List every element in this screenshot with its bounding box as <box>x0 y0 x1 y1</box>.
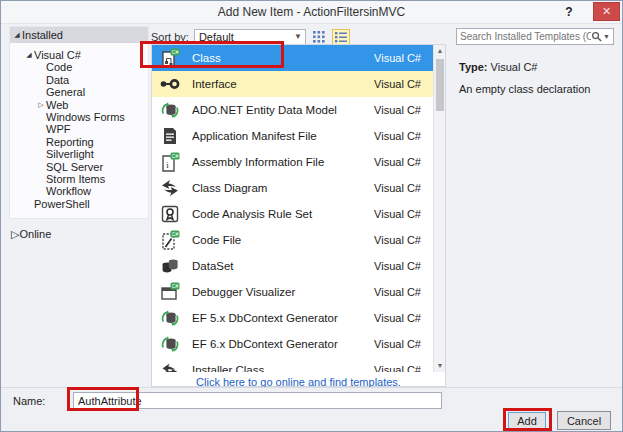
template-type: Visual C# <box>374 130 421 142</box>
svg-text:C#: C# <box>172 231 179 237</box>
template-row-interface[interactable]: InterfaceVisual C# <box>152 71 445 97</box>
sidebar-item-label: Reporting <box>46 136 94 148</box>
sidebar-item-code[interactable]: Code <box>10 61 148 73</box>
template-name: Code File <box>192 234 374 246</box>
sidebar-item-installed[interactable]: ◢Installed <box>10 27 148 43</box>
template-name: DataSet <box>192 260 374 272</box>
sort-dropdown[interactable]: Default ▼ <box>194 29 306 45</box>
sidebar-item-label: PowerShell <box>34 198 90 210</box>
sidebar-item-data[interactable]: Data <box>10 74 148 86</box>
template-name: Class <box>192 52 374 64</box>
installer-icon <box>160 360 180 372</box>
template-row-installer-class[interactable]: Installer ClassVisual C# <box>152 357 445 372</box>
title-bar: Add New Item - ActionFiltersinMVC ? ✕ <box>1 1 622 24</box>
sidebar-item-label: Storm Items <box>46 173 105 185</box>
search-box: ▼ <box>456 28 614 45</box>
sidebar-item-reporting[interactable]: Reporting <box>10 136 148 148</box>
search-icon[interactable] <box>591 31 602 42</box>
assemblyinfo-icon: iC# <box>160 152 180 172</box>
template-type: Visual C# <box>374 52 421 64</box>
svg-text:C#: C# <box>172 49 179 55</box>
sidebar-item-workflow[interactable]: Workflow <box>10 185 148 197</box>
dataset-icon <box>160 256 180 276</box>
template-type: Visual C# <box>374 208 421 220</box>
sidebar-item-windows-forms[interactable]: Windows Forms <box>10 111 148 123</box>
template-row-application-manifest-file[interactable]: Application Manifest FileVisual C# <box>152 123 445 149</box>
collapsed-arrow-icon[interactable]: ▷ <box>36 99 46 111</box>
view-medium-icons-button[interactable] <box>310 29 328 45</box>
template-type: Visual C# <box>374 260 421 272</box>
ruleset-icon <box>160 204 180 224</box>
dbmodel-icon <box>160 100 180 120</box>
type-label: Type: <box>459 61 488 73</box>
view-small-icons-button[interactable] <box>332 29 350 45</box>
template-row-debugger-visualizer[interactable]: C#Debugger VisualizerVisual C# <box>152 279 445 305</box>
sidebar-item-visual-c-[interactable]: ◢Visual C# <box>10 49 148 61</box>
template-name: Code Analysis Rule Set <box>192 208 374 220</box>
sidebar-item-wpf[interactable]: WPF <box>10 123 148 135</box>
expanded-arrow-icon[interactable]: ◢ <box>24 49 34 61</box>
template-type: Visual C# <box>374 182 421 194</box>
template-row-class[interactable]: C#ClassVisual C# <box>152 45 445 71</box>
name-input[interactable] <box>73 392 442 409</box>
template-type: Visual C# <box>374 286 421 298</box>
template-row-ef-6-x-dbcontext-generator[interactable]: EF 6.x DbContext GeneratorVisual C# <box>152 331 445 357</box>
svg-text:C#: C# <box>172 283 179 289</box>
template-row-ado-net-entity-data-model[interactable]: ADO.NET Entity Data ModelVisual C# <box>152 97 445 123</box>
sort-bar: Sort by: Default ▼ <box>151 28 350 45</box>
template-row-class-diagram[interactable]: Class DiagramVisual C# <box>152 175 445 201</box>
template-name: Interface <box>192 78 374 90</box>
template-type: Visual C# <box>374 104 421 116</box>
sidebar-item-label: Data <box>46 74 69 86</box>
sidebar-item-sql-server[interactable]: SQL Server <box>10 161 148 173</box>
template-row-dataset[interactable]: DataSetVisual C# <box>152 253 445 279</box>
template-type: Visual C# <box>374 312 421 324</box>
sidebar-item-label: Workflow <box>46 185 91 197</box>
class-icon: C# <box>160 48 180 68</box>
codefile-icon: C# <box>160 230 180 250</box>
template-name: Debugger Visualizer <box>192 286 374 298</box>
template-name: EF 5.x DbContext Generator <box>192 312 374 324</box>
manifest-icon <box>160 126 180 146</box>
sidebar-item-storm-items[interactable]: Storm Items <box>10 173 148 185</box>
template-row-code-analysis-rule-set[interactable]: Code Analysis Rule SetVisual C# <box>152 201 445 227</box>
sidebar-item-silverlight[interactable]: Silverlight <box>10 148 148 160</box>
debugger-icon: C# <box>160 282 180 302</box>
dbmodel-icon <box>160 308 180 328</box>
scroll-up-button[interactable]: ▲ <box>434 45 445 57</box>
template-row-code-file[interactable]: C#Code FileVisual C# <box>152 227 445 253</box>
help-button[interactable]: ? <box>558 1 580 23</box>
scroll-thumb[interactable] <box>436 59 444 111</box>
sidebar-tree: ◢Installed◢Visual C#CodeDataGeneral▷WebW… <box>9 26 149 219</box>
sidebar-item-label: Code <box>46 61 72 73</box>
cancel-button[interactable]: Cancel <box>557 411 611 430</box>
sidebar-tree-online: ▷Online <box>9 227 149 241</box>
sidebar-item-label: Visual C# <box>34 49 81 61</box>
sidebar-item-online[interactable]: ▷Online <box>9 227 149 241</box>
sidebar-item-label: Web <box>46 99 68 111</box>
sidebar-item-general[interactable]: General <box>10 86 148 98</box>
scroll-down-button[interactable]: ▼ <box>434 360 445 372</box>
expanded-arrow-icon[interactable]: ◢ <box>12 27 22 43</box>
close-icon: ✕ <box>602 5 611 17</box>
sidebar-item-powershell[interactable]: PowerShell <box>10 198 148 210</box>
add-button[interactable]: Add <box>508 412 546 429</box>
sort-dropdown-value: Default <box>199 31 234 43</box>
search-input[interactable] <box>457 31 591 42</box>
template-type: Visual C# <box>374 338 421 350</box>
sidebar-item-label: WPF <box>46 123 70 135</box>
sidebar-item-label: Silverlight <box>46 148 94 160</box>
template-name: EF 6.x DbContext Generator <box>192 338 374 350</box>
template-row-ef-5-x-dbcontext-generator[interactable]: EF 5.x DbContext GeneratorVisual C# <box>152 305 445 331</box>
grid-icon <box>313 31 325 43</box>
close-button[interactable]: ✕ <box>593 2 620 21</box>
template-type: Visual C# <box>374 234 421 246</box>
interface-icon <box>160 74 180 94</box>
template-list: C#ClassVisual C#InterfaceVisual C#ADO.NE… <box>152 45 445 372</box>
template-row-assembly-information-file[interactable]: iC#Assembly Information FileVisual C# <box>152 149 445 175</box>
list-scrollbar[interactable]: ▲ ▼ <box>433 45 445 372</box>
search-chevron-down-icon[interactable]: ▼ <box>602 33 613 40</box>
sidebar-item-web[interactable]: ▷Web <box>10 99 148 111</box>
classdiagram-icon <box>160 178 180 198</box>
name-label: Name: <box>13 395 45 407</box>
